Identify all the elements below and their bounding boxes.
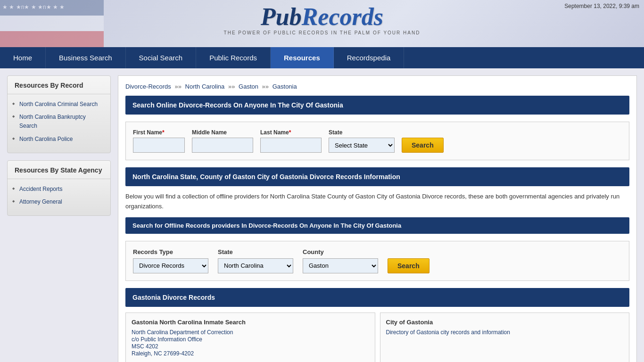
result-card-city: City of Gastonia Directory of Gastonia c… xyxy=(380,313,630,362)
flag-decoration xyxy=(0,0,104,47)
result-card-inmate-link[interactable]: North Carolina Department of Correction … xyxy=(132,329,233,357)
record-search-form: Records Type Divorce Records Criminal Re… xyxy=(125,241,629,281)
result-card-inmate-title: Gastonia North Carolina Inmate Search xyxy=(132,319,369,326)
sidebar: Resources By Record North Carolina Crimi… xyxy=(7,75,111,362)
nav-social-search[interactable]: Social Search xyxy=(126,47,197,68)
nav-business-search[interactable]: Business Search xyxy=(46,47,126,68)
info-text: Below you will find a collection of offl… xyxy=(125,192,629,212)
record-search-button-container: Search xyxy=(388,258,429,273)
record-state-label: State xyxy=(218,248,293,255)
sidebar-link-nc-criminal[interactable]: North Carolina Criminal Search xyxy=(8,98,110,111)
datetime: September 13, 2022, 9:39 am xyxy=(564,3,639,9)
online-search-button[interactable]: Search xyxy=(402,138,444,153)
record-county-field: County Gaston Mecklenburg Wake xyxy=(303,248,378,273)
nav-home[interactable]: Home xyxy=(0,47,46,68)
brand-records: Records xyxy=(302,3,383,30)
sidebar-link-attorney[interactable]: Attorney General xyxy=(8,196,110,208)
records-type-field: Records Type Divorce Records Criminal Re… xyxy=(133,248,208,273)
results-banner: Gastonia Divorce Records xyxy=(125,288,629,307)
record-state-select[interactable]: North Carolina Alabama Alaska xyxy=(218,258,293,273)
main-content: Divorce-Records »» North Carolina »» Gas… xyxy=(118,75,637,362)
last-name-field: Last Name* xyxy=(260,129,322,153)
nav-resources[interactable]: Resources xyxy=(271,47,334,68)
state-select[interactable]: Select State North Carolina Alabama xyxy=(329,138,395,153)
sidebar-by-agency: Resources By State Agency Accident Repor… xyxy=(7,160,111,216)
header: September 13, 2022, 9:39 am PubRecords T… xyxy=(0,0,644,47)
middle-name-field: Middle Name xyxy=(192,129,253,153)
records-type-label: Records Type xyxy=(133,248,208,255)
main-layout: Resources By Record North Carolina Crimi… xyxy=(0,68,644,362)
info-banner: North Carolina State, County of Gaston C… xyxy=(125,167,629,186)
last-name-required: * xyxy=(289,129,291,136)
sep-3: »» xyxy=(262,83,271,90)
first-name-field: First Name* xyxy=(133,129,185,153)
sep-2: »» xyxy=(228,83,237,90)
state-field: State Select State North Carolina Alabam… xyxy=(329,129,395,153)
online-search-form: First Name* Middle Name Last Name* State xyxy=(125,122,629,160)
sidebar-by-agency-title: Resources By State Agency xyxy=(8,161,110,179)
middle-name-input[interactable] xyxy=(192,138,253,153)
nav-bar: Home Business Search Social Search Publi… xyxy=(0,47,644,68)
offline-banner[interactable]: Search for Offline Records providers In … xyxy=(125,217,629,234)
result-card-inmate: Gastonia North Carolina Inmate Search No… xyxy=(125,313,375,362)
breadcrumb: Divorce-Records »» North Carolina »» Gas… xyxy=(125,83,629,90)
sidebar-link-accident[interactable]: Accident Reports xyxy=(8,183,110,196)
record-state-field: State North Carolina Alabama Alaska xyxy=(218,248,293,273)
breadcrumb-gaston[interactable]: Gaston xyxy=(239,83,258,90)
first-name-input[interactable] xyxy=(133,138,185,153)
middle-name-label: Middle Name xyxy=(192,129,253,136)
first-name-required: * xyxy=(162,129,165,136)
online-search-button-container: Search xyxy=(402,138,444,153)
record-county-label: County xyxy=(303,248,378,255)
last-name-input[interactable] xyxy=(260,138,322,153)
sidebar-link-nc-police[interactable]: North Carolina Police xyxy=(8,133,110,146)
online-search-banner: Search Online Divorce-Records On Anyone … xyxy=(125,96,629,115)
result-card-city-link[interactable]: Directory of Gastonia city records and i… xyxy=(386,329,510,336)
sidebar-by-record-title: Resources By Record xyxy=(8,76,110,94)
results-grid: Gastonia North Carolina Inmate Search No… xyxy=(125,313,629,362)
result-card-city-title: City of Gastonia xyxy=(386,319,624,326)
record-search-button[interactable]: Search xyxy=(388,258,429,273)
record-search-row: Records Type Divorce Records Criminal Re… xyxy=(133,248,622,273)
nav-recordspedia[interactable]: Recordspedia xyxy=(334,47,405,68)
state-label: State xyxy=(329,129,395,136)
record-county-select[interactable]: Gaston Mecklenburg Wake xyxy=(303,258,378,273)
sidebar-by-record: Resources By Record North Carolina Crimi… xyxy=(7,75,111,153)
records-type-select[interactable]: Divorce Records Criminal Records Bankrup… xyxy=(133,258,208,273)
brand-pub: Pub xyxy=(261,3,302,30)
sep-1: »» xyxy=(174,83,183,90)
breadcrumb-gastonia[interactable]: Gastonia xyxy=(272,83,297,90)
search-form-row: First Name* Middle Name Last Name* State xyxy=(133,129,622,153)
nav-public-records[interactable]: Public Records xyxy=(196,47,271,68)
first-name-label: First Name* xyxy=(133,129,185,136)
breadcrumb-divorce-records[interactable]: Divorce-Records xyxy=(125,83,171,90)
sidebar-link-nc-bankruptcy[interactable]: North Carolina Bankruptcy Search xyxy=(8,111,110,132)
breadcrumb-north-carolina[interactable]: North Carolina xyxy=(185,83,225,90)
last-name-label: Last Name* xyxy=(260,129,322,136)
